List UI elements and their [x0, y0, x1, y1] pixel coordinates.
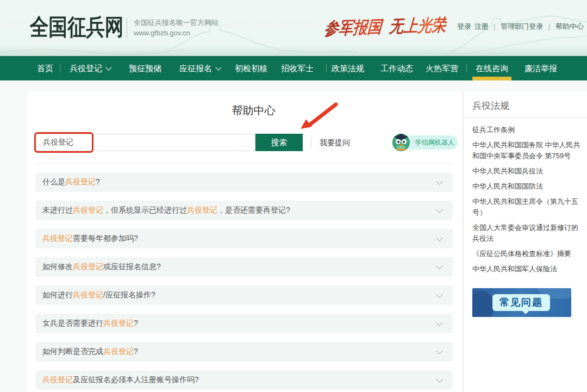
chevron-down-icon	[436, 376, 443, 383]
faq-banner[interactable]: 常见问题	[472, 288, 571, 317]
faq-row-7[interactable]: 如何判断是否完成兵役登记?	[35, 342, 453, 362]
chevron-down-icon	[436, 234, 443, 241]
site-tagline: 全国征兵报名唯一官方网站 www.gfbzb.gov.cn	[134, 17, 218, 38]
robot-avatar-icon	[391, 133, 411, 152]
help-center-link[interactable]: 帮助中心	[555, 22, 584, 30]
faq-question-text: 兵役登记需要每年都参加吗?	[42, 234, 138, 244]
chevron-down-icon	[105, 64, 111, 70]
faq-question-text: 什么是兵役登记?	[42, 177, 100, 187]
tagline-line2: www.gfbzb.gov.cn	[134, 28, 218, 38]
faq-row-3[interactable]: 兵役登记需要每年都参加吗?	[35, 229, 453, 248]
nav-item-label: 政策法规	[332, 64, 364, 73]
link-separator: |	[548, 22, 550, 30]
content-divider	[35, 163, 453, 163]
logo-divider	[127, 18, 127, 38]
admin-login-link[interactable]: 管理部门登录	[501, 22, 543, 30]
faq-row-5[interactable]: 如何进行兵役登记/应征报名操作?	[35, 285, 453, 305]
faq-question-text: 兵役登记及应征报名必须本人注册账号操作吗?	[42, 375, 199, 385]
sidebar-law-item-2[interactable]: 中华人民共和国国务院 中华人民共和国中央军事委员会令 第759号	[472, 140, 583, 161]
faq-row-2[interactable]: 未进行过兵役登记，但系统显示已经进行过兵役登记，是否还需要再登记?	[35, 201, 453, 220]
main-nav: 首页兵役登记预征预储应征报名初检初核招收军士政策法规工作动态火热军营在线咨询廉洁…	[0, 56, 587, 80]
nav-item-label: 在线咨询	[476, 64, 508, 73]
sidebar-law-item-7[interactable]: 《应征公民体格检查标准》摘要	[472, 248, 583, 259]
nav-item-5[interactable]: 初检初核	[235, 56, 267, 80]
nav-item-label: 廉洁举报	[524, 64, 557, 73]
site-header: 全国征兵网 全国征兵报名唯一官方网站 www.gfbzb.gov.cn 参军报国…	[0, 0, 587, 56]
faq-row-6[interactable]: 女兵是否需要进行兵役登记?	[35, 314, 453, 333]
nav-item-label: 兵役登记	[70, 64, 102, 73]
sidebar-law-item-1[interactable]: 征兵工作条例	[472, 125, 583, 135]
nav-item-6[interactable]: 招收军士	[281, 56, 314, 80]
slogan-calligraphy: 参军报国无上光荣	[324, 14, 447, 40]
nav-item-label: 招收军士	[281, 64, 314, 73]
nav-item-10[interactable]: 在线咨询	[476, 56, 508, 80]
nav-item-label: 火热军营	[426, 64, 458, 73]
faq-row-1[interactable]: 什么是兵役登记?	[35, 172, 453, 192]
sidebar-law-item-6[interactable]: 全国人大常委会审议通过新修订的兵役法	[472, 222, 583, 244]
nav-item-3[interactable]: 预征预储	[129, 56, 161, 80]
banner-bubble-tail	[522, 311, 529, 314]
sidebar-law-item-3[interactable]: 中华人民共和国兵役法	[472, 166, 583, 177]
nav-item-11[interactable]: 廉洁举报	[524, 56, 557, 80]
faq-row-4[interactable]: 如何修改兵役登记或应征报名信息?	[35, 257, 453, 277]
chevron-down-icon	[215, 64, 221, 70]
nav-item-label: 工作动态	[380, 64, 413, 73]
chevron-down-icon	[436, 291, 443, 298]
page-title: 帮助中心	[36, 103, 471, 118]
search-button[interactable]: 搜索	[255, 134, 303, 151]
nav-item-4[interactable]: 应征报名	[179, 56, 221, 80]
search-divider	[311, 137, 311, 148]
chevron-down-icon	[436, 347, 443, 354]
faq-question-text: 如何判断是否完成兵役登记?	[42, 347, 138, 357]
chevron-down-icon	[436, 319, 443, 326]
faq-question-text: 如何进行兵役登记/应征报名操作?	[42, 290, 155, 300]
nav-item-label: 应征报名	[179, 64, 212, 73]
sidebar-card: 兵役法规 征兵工作条例中华人民共和国国务院 中华人民共和国中央军事委员会令 第7…	[463, 91, 587, 392]
faq-question-text: 女兵是否需要进行兵役登记?	[42, 319, 138, 328]
nav-item-label: 首页	[37, 64, 53, 73]
nav-item-label: 初检初核	[235, 64, 267, 73]
banner-label: 常见问题	[492, 294, 550, 311]
faq-list: 什么是兵役登记?未进行过兵役登记，但系统显示已经进行过兵役登记，是否还需要再登记…	[35, 172, 453, 392]
nav-separator	[326, 64, 327, 72]
login-link[interactable]: 登录	[457, 22, 471, 30]
slogan-part2: 无上光荣	[389, 15, 447, 36]
sidebar-law-item-8[interactable]: 中华人民共和国军人保险法	[472, 264, 583, 275]
nav-item-7[interactable]: 政策法规	[332, 56, 364, 80]
nav-item-1[interactable]: 首页	[37, 56, 53, 80]
nav-item-label: 预征预储	[129, 64, 161, 73]
tagline-line1: 全国征兵报名唯一官方网站	[134, 17, 218, 28]
nav-separator	[60, 64, 60, 72]
help-center-card: 帮助中心 搜索 我要提问 学信网机器人 什么是兵役登记?未进行过兵	[27, 91, 461, 392]
site-logo[interactable]: 全国征兵网	[30, 13, 123, 42]
search-input[interactable]	[35, 134, 255, 151]
link-separator: |	[494, 22, 495, 30]
chevron-down-icon	[436, 178, 443, 185]
sidebar-law-list: 征兵工作条例中华人民共和国国务院 中华人民共和国中央军事委员会令 第759号中华…	[472, 125, 583, 275]
register-link[interactable]: 注册	[474, 22, 489, 30]
nav-separator	[466, 64, 467, 72]
sidebar-divider	[464, 117, 587, 118]
page-content: 帮助中心 搜索 我要提问 学信网机器人 什么是兵役登记?未进行过兵	[0, 80, 587, 392]
sidebar-law-item-4[interactable]: 中华人民共和国国防法	[472, 181, 583, 192]
sidebar-title: 兵役法规	[472, 99, 583, 112]
slogan-part1: 参军报国	[324, 17, 383, 38]
chevron-down-icon	[436, 206, 443, 213]
nav-item-2[interactable]: 兵役登记	[70, 56, 111, 80]
ask-question-link[interactable]: 我要提问	[320, 134, 350, 151]
faq-question-text: 未进行过兵役登记，但系统显示已经进行过兵役登记，是否还需要再登记?	[42, 206, 290, 215]
faq-row-8[interactable]: 兵役登记及应征报名必须本人注册账号操作吗?	[35, 370, 453, 390]
chevron-down-icon	[436, 263, 443, 270]
nav-item-8[interactable]: 工作动态	[380, 56, 413, 80]
sidebar-law-item-5[interactable]: 中华人民共和国主席令（第九十五号）	[472, 196, 583, 218]
faq-question-text: 如何修改兵役登记或应征报名信息?	[42, 262, 161, 272]
header-links: 登录 注册 | 管理部门登录 | 帮助中心	[457, 22, 584, 32]
nav-item-9[interactable]: 火热军营	[426, 56, 458, 80]
